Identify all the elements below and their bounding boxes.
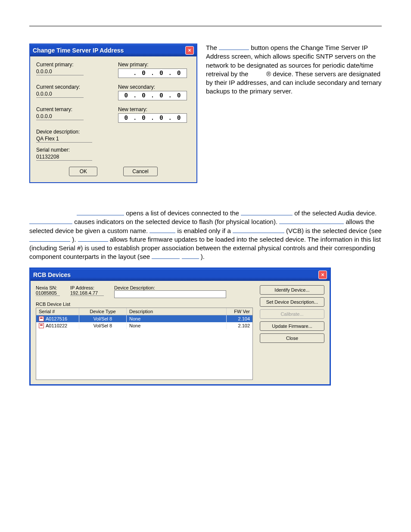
top-rule xyxy=(29,26,382,26)
device-description-input[interactable] xyxy=(114,290,226,298)
rcb-device-list-label: RCB Device List xyxy=(36,302,253,307)
blank-link xyxy=(77,209,124,215)
cell-type: Vol/Sel 8 xyxy=(79,322,127,329)
blank-link xyxy=(29,235,70,242)
ip-octet[interactable]: 0 xyxy=(174,92,184,99)
col-device-type[interactable]: Device Type xyxy=(79,308,127,315)
ip-octet[interactable]: 0 xyxy=(139,115,149,121)
blank-link xyxy=(219,44,249,50)
cell-desc: None xyxy=(127,322,227,329)
ip-octet[interactable]: 0 xyxy=(156,92,166,99)
ip-octet[interactable]: 0 xyxy=(139,70,149,77)
current-ternary-label: Current ternary: xyxy=(36,106,109,112)
close-icon[interactable]: × xyxy=(185,46,194,55)
ip-octet[interactable]: 0 xyxy=(121,115,131,121)
update-firmware-button[interactable]: Update Firmware... xyxy=(260,321,324,331)
cell-serial: A0127516 xyxy=(36,315,79,322)
text: is enabled only if a xyxy=(177,227,233,234)
text: ). xyxy=(72,236,78,243)
col-description[interactable]: Description xyxy=(127,308,227,315)
new-primary-input[interactable]: . 0. 0. 0 xyxy=(118,68,187,78)
new-secondary-label: New secondary: xyxy=(118,84,190,90)
body-paragraph: opens a list of devices connected to the… xyxy=(29,209,382,261)
ip-octet[interactable]: 0 xyxy=(156,70,166,77)
blank-link xyxy=(29,218,72,224)
cell-desc: None xyxy=(127,315,227,322)
current-secondary-value: 0.0.0.0 xyxy=(36,91,84,98)
cancel-button[interactable]: Cancel xyxy=(123,167,157,176)
ip-octet[interactable]: 0 xyxy=(174,70,184,77)
ip-octet[interactable]: 0 xyxy=(174,115,184,121)
calibrate-button: Calibrate... xyxy=(260,309,324,319)
text: ). xyxy=(201,253,205,260)
dialog-titlebar[interactable]: Change Time Server IP Address × xyxy=(30,44,196,56)
cell-fw: 2.102 xyxy=(227,322,252,329)
blank-link xyxy=(279,218,344,224)
blank-link xyxy=(182,252,199,259)
device-desc-value: QA Flex 1 xyxy=(36,136,92,143)
blank-link xyxy=(152,252,180,259)
ok-button[interactable]: OK xyxy=(69,167,97,176)
serial-value: 01132208 xyxy=(36,154,92,161)
new-ternary-label: New ternary: xyxy=(118,106,190,112)
text: (VCB) is the selected device (see xyxy=(286,227,382,234)
close-button[interactable]: Close xyxy=(260,333,324,343)
rcb-device-table[interactable]: Serial # Device Type Description FW Ver … xyxy=(36,308,253,380)
nexia-sn-value: 01085805 xyxy=(36,290,60,296)
new-primary-label: New primary: xyxy=(118,62,190,68)
new-ternary-input[interactable]: 0. 0. 0. 0 xyxy=(118,113,187,123)
ip-address-label: IP Address: xyxy=(70,285,104,290)
col-serial[interactable]: Serial # xyxy=(36,308,79,315)
blank-link xyxy=(149,227,175,233)
cell-fw: 2.104 xyxy=(227,315,252,322)
ip-octet[interactable]: 0 xyxy=(156,115,166,121)
registered-mark: ® xyxy=(266,70,271,78)
dialog-title: RCB Devices xyxy=(33,271,71,278)
blank-link xyxy=(241,209,293,215)
cell-type: Vol/Sel 8 xyxy=(79,315,127,322)
new-secondary-input[interactable]: 0. 0. 0. 0 xyxy=(118,91,187,100)
blank-link xyxy=(78,235,108,242)
device-icon xyxy=(39,316,44,321)
current-ternary-value: 0.0.0.0 xyxy=(36,113,84,120)
device-desc-label: Device description: xyxy=(36,129,190,135)
device-icon xyxy=(39,323,44,328)
col-fw-ver[interactable]: FW Ver xyxy=(227,308,252,315)
rcb-devices-dialog: RCB Devices × Nexia SN: 01085805 IP Addr… xyxy=(29,268,331,386)
ip-octet[interactable]: 0 xyxy=(121,92,131,99)
text: of the selected Audia device. xyxy=(294,209,377,217)
dialog-titlebar[interactable]: RCB Devices × xyxy=(31,269,330,281)
current-primary-value: 0.0.0.0 xyxy=(36,68,84,75)
text: causes indicators on the selected device… xyxy=(74,218,279,225)
side-paragraph: The button opens the Change Time Server … xyxy=(206,44,382,183)
current-primary-label: Current primary: xyxy=(36,62,109,68)
ip-address-value: 192.168.4.77 xyxy=(70,290,104,296)
current-secondary-label: Current secondary: xyxy=(36,84,109,90)
table-header: Serial # Device Type Description FW Ver xyxy=(36,308,252,315)
blank-link xyxy=(233,227,284,233)
set-device-description-button[interactable]: Set Device Description... xyxy=(260,297,324,307)
ip-octet[interactable]: 0 xyxy=(139,92,149,99)
device-description-label: Device Description: xyxy=(114,285,253,290)
serial-label: Serial number: xyxy=(36,147,190,153)
identify-device-button[interactable]: Identify Device... xyxy=(260,285,324,295)
table-row[interactable]: A0110222Vol/Sel 8None2.102 xyxy=(36,322,252,329)
text: opens a list of devices connected to the xyxy=(126,209,241,217)
dialog-title: Change Time Server IP Address xyxy=(33,47,124,54)
text: The xyxy=(206,44,219,51)
close-icon[interactable]: × xyxy=(318,271,327,279)
table-row[interactable]: A0127516Vol/Sel 8None2.104 xyxy=(36,315,252,322)
change-time-server-dialog: Change Time Server IP Address × Current … xyxy=(29,44,197,183)
nexia-sn-label: Nexia SN: xyxy=(36,285,60,290)
cell-serial: A0110222 xyxy=(36,322,79,329)
